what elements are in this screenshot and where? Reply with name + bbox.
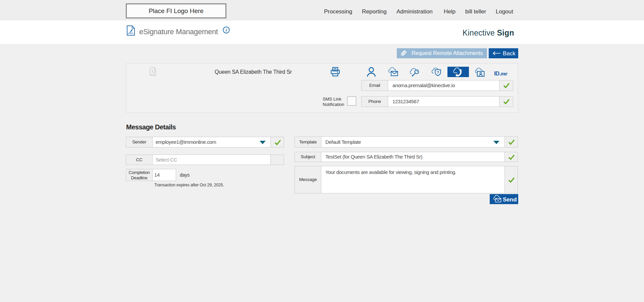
svg-text:i: i (226, 27, 227, 33)
svg-text:?: ? (437, 70, 439, 74)
svg-text:1: 1 (151, 69, 153, 73)
